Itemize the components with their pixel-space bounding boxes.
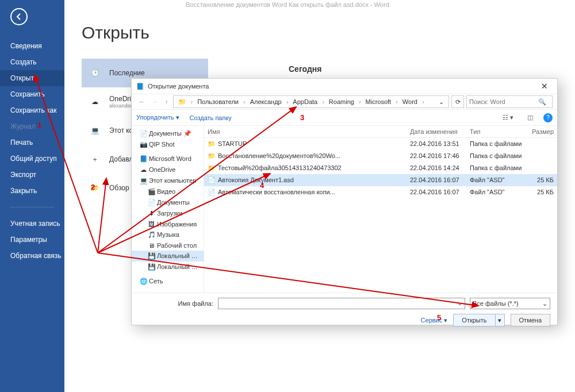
page-title: Открыть bbox=[82, 23, 558, 43]
sidebar-footer-Учетная запись[interactable]: Учетная запись bbox=[0, 216, 64, 232]
file-row[interactable]: 📁STARTUP22.04.2016 13:51Папка с файлами bbox=[204, 138, 557, 150]
sidebar-item-Создать[interactable]: Создать bbox=[0, 54, 64, 70]
sidebar-item-Сохранить[interactable]: Сохранить bbox=[0, 86, 64, 102]
tree-icon: 💾 bbox=[148, 252, 155, 260]
tree-item-Этот компьютер[interactable]: 💻Этот компьютер bbox=[132, 175, 204, 186]
file-type: Папка с файлами bbox=[466, 150, 526, 162]
tree-item-QIP Shot[interactable]: 📷QIP Shot bbox=[132, 139, 204, 150]
tree-item-Загрузки[interactable]: ⬇Загрузки bbox=[132, 208, 204, 219]
tree-icon: 💾 bbox=[148, 263, 155, 271]
open-button-dropdown[interactable]: ▾ bbox=[496, 314, 505, 326]
sidebar-item-Общий доступ[interactable]: Общий доступ bbox=[0, 151, 64, 167]
tree-item-Рабочий стол[interactable]: 🖥Рабочий стол bbox=[132, 240, 204, 251]
file-row[interactable]: 📄Автоматически восстановленная копи...22… bbox=[204, 186, 557, 198]
service-menu[interactable]: Сервис ▾ bbox=[421, 317, 448, 324]
open-button-main[interactable]: Открыть bbox=[453, 314, 495, 326]
file-icon: 📁 bbox=[208, 152, 216, 160]
sidebar-item-Сведения[interactable]: Сведения bbox=[0, 38, 64, 54]
nav-tree: 📄Документы 📌📷QIP Shot📘Microsoft Word☁One… bbox=[132, 126, 204, 293]
path-dropdown-icon[interactable]: ⌄ bbox=[436, 98, 446, 106]
breadcrumb-segment[interactable]: Word bbox=[400, 98, 420, 105]
preview-pane-button[interactable]: ◫ bbox=[527, 114, 533, 121]
tree-item-OneDrive[interactable]: ☁OneDrive bbox=[132, 164, 204, 175]
new-folder-button[interactable]: Создать папку bbox=[190, 114, 232, 121]
sidebar-item-Сохранить как[interactable]: Сохранить как bbox=[0, 102, 64, 118]
filetype-select[interactable]: Все файлы (*.*)⌄ bbox=[470, 298, 550, 309]
col-type[interactable]: Тип bbox=[466, 126, 526, 137]
open-button[interactable]: Открыть ▾ bbox=[453, 314, 504, 326]
file-type: Папка с файлами bbox=[466, 138, 526, 150]
breadcrumb-segment[interactable]: AppData bbox=[290, 98, 320, 105]
search-input[interactable]: 🔍 bbox=[466, 95, 553, 108]
search-field[interactable] bbox=[469, 98, 538, 105]
help-icon[interactable]: ? bbox=[543, 113, 553, 122]
file-row[interactable]: 📄Автокопия Документ1.asd22.04.2016 16:07… bbox=[204, 174, 557, 186]
file-size: 25 КБ bbox=[526, 174, 557, 186]
tree-item-Документы[interactable]: 📄Документы bbox=[132, 197, 204, 208]
tree-item-Локальный дис[interactable]: 💾Локальный дис bbox=[132, 251, 204, 262]
breadcrumb-segment[interactable]: Александр bbox=[248, 98, 284, 105]
file-date: 22.04.2016 16:07 bbox=[407, 186, 466, 198]
tree-icon: 📘 bbox=[140, 155, 147, 163]
tree-item-Видео[interactable]: 🎬Видео bbox=[132, 186, 204, 197]
file-size: 25 КБ bbox=[526, 186, 557, 198]
sidebar-item-Открыть[interactable]: Открыть bbox=[0, 70, 64, 86]
breadcrumb-segment[interactable]: Пользователи bbox=[195, 98, 241, 105]
tree-item-Документы[interactable]: 📄Документы 📌 bbox=[132, 128, 204, 139]
tree-item-Сеть[interactable]: 🌐Сеть bbox=[132, 276, 204, 287]
sidebar-footer-Обратная связь[interactable]: Обратная связь bbox=[0, 248, 64, 264]
sidebar-item-Закрыть[interactable]: Закрыть bbox=[0, 183, 64, 199]
dialog-toolbar: Упорядочить ▾ Создать папку ☷ ▾ ◫ ? bbox=[132, 110, 557, 126]
col-name[interactable]: Имя bbox=[204, 126, 407, 137]
annotation-3: 3 bbox=[300, 113, 304, 122]
location-icon: ☁ bbox=[87, 94, 102, 109]
col-date[interactable]: Дата изменения bbox=[407, 126, 466, 137]
sidebar-item-Печать[interactable]: Печать bbox=[0, 134, 64, 151]
breadcrumb-segment[interactable]: Roaming bbox=[327, 98, 356, 105]
nav-up-button[interactable]: ↑ bbox=[163, 97, 171, 106]
chevron-right-icon: › bbox=[420, 98, 427, 105]
tree-icon: 📄 bbox=[148, 199, 155, 206]
file-list-header[interactable]: Имя Дата изменения Тип Размер bbox=[204, 126, 557, 138]
back-button[interactable] bbox=[10, 8, 28, 25]
annotation-2: 2 bbox=[91, 183, 95, 191]
tree-icon: 🖥 bbox=[148, 242, 155, 249]
tree-item-Изображения[interactable]: 🖼Изображения bbox=[132, 219, 204, 229]
nav-back-button[interactable]: ← bbox=[136, 97, 147, 106]
cancel-button[interactable]: Отмена bbox=[511, 314, 550, 326]
tree-icon: ⬇ bbox=[148, 210, 155, 217]
chevron-right-icon: › bbox=[393, 98, 400, 105]
annotation-5: 5 bbox=[437, 313, 441, 322]
file-row[interactable]: 📁Тестовый%20файла30514313124047330222.04… bbox=[204, 162, 557, 174]
file-date: 22.04.2016 13:51 bbox=[407, 138, 466, 150]
section-heading: Сегодня bbox=[289, 64, 321, 74]
breadcrumb[interactable]: 📁 › Пользователи›Александр›AppData›Roami… bbox=[173, 95, 450, 108]
location-icon: 🕒 bbox=[87, 66, 102, 80]
file-type: Файл "ASD" bbox=[466, 186, 526, 198]
location-icon: ＋ bbox=[87, 152, 102, 167]
address-bar: ← → ↑ 📁 › Пользователи›Александр›AppData… bbox=[132, 94, 557, 110]
col-size[interactable]: Размер bbox=[526, 126, 557, 137]
sidebar-footer-Параметры[interactable]: Параметры bbox=[0, 232, 64, 248]
pin-icon: 📌 bbox=[183, 130, 191, 137]
nav-forward-button[interactable]: → bbox=[150, 97, 160, 106]
file-icon: 📄 bbox=[208, 189, 216, 196]
tree-icon: 💻 bbox=[140, 177, 147, 185]
file-row[interactable]: 📁Восстановление%20документов%20Wo...22.0… bbox=[204, 150, 557, 162]
filename-input[interactable]: ⌄ bbox=[218, 298, 465, 309]
tree-icon: 🎵 bbox=[148, 231, 155, 239]
sidebar-item-Экспорт[interactable]: Экспорт bbox=[0, 167, 64, 183]
tree-item-Microsoft Word[interactable]: 📘Microsoft Word bbox=[132, 153, 204, 164]
file-size bbox=[526, 138, 557, 150]
filename-label: Имя файла: bbox=[139, 300, 213, 307]
breadcrumb-segment[interactable]: Microsoft bbox=[363, 98, 394, 105]
tree-item-Локальный дис[interactable]: 💾Локальный дис bbox=[132, 262, 204, 272]
refresh-button[interactable]: ⟳ bbox=[451, 95, 464, 108]
annotation-4: 4 bbox=[260, 181, 264, 190]
organize-menu[interactable]: Упорядочить ▾ bbox=[136, 114, 179, 121]
close-icon[interactable]: ✕ bbox=[536, 82, 553, 91]
sidebar-item-Журнал[interactable]: Журнал bbox=[0, 118, 64, 134]
view-options-button[interactable]: ☷ ▾ bbox=[503, 114, 513, 121]
file-icon: 📁 bbox=[208, 164, 216, 172]
tree-item-Музыка[interactable]: 🎵Музыка bbox=[132, 229, 204, 240]
